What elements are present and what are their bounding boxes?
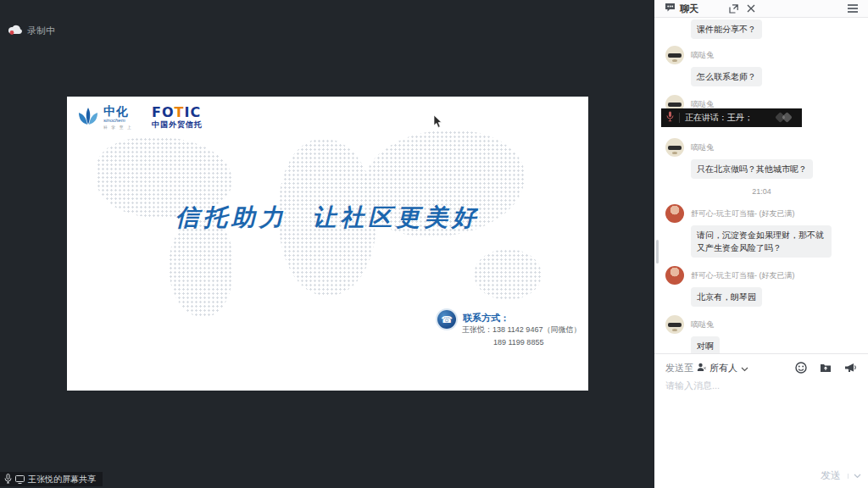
avatar <box>665 266 684 285</box>
chat-header: 聊天 <box>654 0 868 18</box>
sinochem-cn: 中化 <box>103 105 140 117</box>
send-to-row: 发送至 所有人 <box>654 354 868 380</box>
message-bubble: 请问，沉淀资金如果理财，那不就又产生资金风险了吗？ <box>691 225 832 258</box>
avatar <box>665 46 684 64</box>
speaking-label: 正在讲话：王丹； <box>685 112 753 124</box>
username: 舒可心-玩主叮当猫- (好友已满) <box>691 208 795 219</box>
message-bubble: 对啊 <box>691 336 720 353</box>
world-map-dots <box>474 249 542 300</box>
fotic-cn: 中国外贸信托 <box>152 121 203 129</box>
contact-heading: 联系方式： <box>463 312 509 324</box>
send-chevron-icon[interactable] <box>848 474 861 479</box>
popout-icon[interactable] <box>726 2 740 15</box>
speaking-toast: 正在讲话：王丹； <box>661 108 802 127</box>
contact-line1: 王张悦：138 1142 9467（同微信） <box>462 324 581 336</box>
chat-timestamp: 21:04 <box>665 187 858 196</box>
toast-divider <box>679 113 680 123</box>
chat-message: 舒可心-玩主叮当猫- (好友已满)北京有，朗琴园 <box>665 266 858 307</box>
mouse-cursor-icon <box>433 115 442 131</box>
emoji-icon[interactable] <box>793 361 809 374</box>
folder-upload-icon[interactable] <box>818 361 833 374</box>
recording-indicator: 录制中 <box>8 23 55 38</box>
username: 嘀哒兔 <box>691 142 714 153</box>
speaking-mic-icon <box>666 110 674 125</box>
person-icon <box>697 360 706 375</box>
chat-message: 舒可心-玩主叮当猫- (好友已满)请问，沉淀资金如果理财，那不就又产生资金风险了… <box>665 204 858 258</box>
message-bubble: 只在北京做吗？其他城市呢？ <box>691 159 813 179</box>
chevron-down-icon[interactable] <box>741 360 748 375</box>
username: 嘀哒兔 <box>691 319 714 330</box>
screen-share-label: 王张悦的屏幕共享 <box>28 474 96 485</box>
send-label[interactable]: 发送 <box>821 469 848 483</box>
slide-logos: 中化 sinochem 科 学 至 上 FOTIC 中国外贸信托 <box>77 105 203 130</box>
slide-title: 信托助力 让社区更美好 <box>67 202 588 234</box>
recipient-selector[interactable]: 所有人 <box>709 362 737 374</box>
chat-message: 嘀哒兔只在北京做吗？其他城市呢？ <box>665 138 858 179</box>
message-bubble: 怎么联系老师？ <box>691 67 762 86</box>
chat-scrollbar[interactable] <box>656 240 659 263</box>
username: 舒可心-玩主叮当猫- (好友已满) <box>691 270 795 281</box>
world-map-dots <box>169 219 232 317</box>
screen-icon <box>15 472 25 487</box>
message-bubble: 课件能分享不？ <box>691 19 762 39</box>
fotic-logo: FOTIC 中国外贸信托 <box>152 106 203 129</box>
sinochem-logo: 中化 sinochem 科 学 至 上 <box>77 105 140 130</box>
contact-line2: 189 1199 8855 <box>493 338 543 347</box>
avatar <box>665 138 684 157</box>
avatar <box>665 315 684 334</box>
phone-icon: ☎ <box>437 310 456 329</box>
lotus-icon <box>77 106 99 130</box>
chat-bubble-icon <box>665 1 676 16</box>
message-input[interactable] <box>665 380 857 446</box>
avatar <box>665 204 684 223</box>
close-icon[interactable] <box>744 2 758 15</box>
presentation-slide: 中化 sinochem 科 学 至 上 FOTIC 中国外贸信托 信托助力 让社… <box>67 97 588 391</box>
send-to-label: 发送至 <box>665 362 693 374</box>
message-bubble: 北京有，朗琴园 <box>691 287 762 307</box>
screen-share-banner: 王张悦的屏幕共享 <box>0 472 103 486</box>
username: 嘀哒兔 <box>691 50 714 61</box>
chat-message: 嘀哒兔怎么联系老师？ <box>665 46 858 86</box>
fotic-wordmark: FOTIC <box>152 106 203 119</box>
sinochem-slogan: 科 学 至 上 <box>103 125 132 130</box>
chat-message: 嘀哒兔对啊 <box>665 315 858 353</box>
chat-footer: 发送至 所有人 <box>654 353 868 488</box>
chat-message: 课件能分享不？ <box>665 19 858 39</box>
chat-message-list: 课件能分享不？嘀哒兔怎么联系老师？嘀哒兔嘀哒兔只在北京做吗？其他城市呢？21:0… <box>654 18 868 353</box>
meeting-window: 录制中 中化 si <box>0 0 868 488</box>
mic-icon <box>4 472 12 487</box>
screen-share-stage: 录制中 中化 si <box>0 0 654 488</box>
menu-icon[interactable] <box>846 2 860 15</box>
megaphone-icon[interactable] <box>843 361 858 374</box>
chat-panel: 聊天 课件能分享不？嘀哒兔怎么联系老师？嘀哒兔嘀哒兔只在北京做吗？其他城市呢？2… <box>654 0 868 488</box>
watermark-logo <box>773 112 795 124</box>
recording-label: 录制中 <box>27 25 55 37</box>
send-button[interactable]: 发送 <box>821 469 861 483</box>
cloud-record-icon <box>8 23 22 38</box>
sinochem-en: sinochem <box>103 118 140 123</box>
chat-title: 聊天 <box>680 3 698 15</box>
